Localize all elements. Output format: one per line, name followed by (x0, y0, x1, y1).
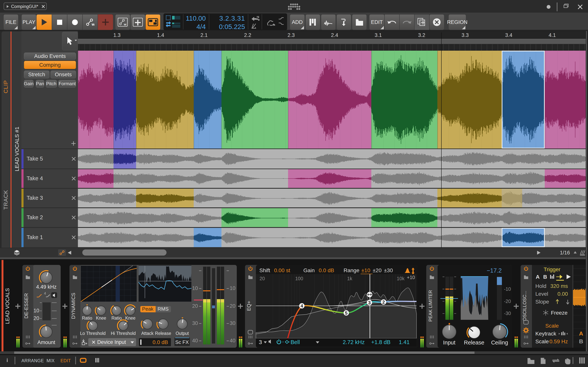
svg-text:-30: -30 (504, 311, 511, 316)
svg-text:Input: Input (443, 340, 456, 346)
svg-text:Slope: Slope (535, 299, 549, 305)
svg-text:+1.8 dB: +1.8 dB (371, 339, 390, 345)
svg-text:Hi Threshold: Hi Threshold (111, 331, 136, 336)
svg-text:Knee: Knee (96, 316, 106, 321)
svg-text:40: 40 (230, 338, 235, 343)
svg-text:30: 30 (230, 320, 235, 326)
svg-text:Amount: Amount (37, 340, 55, 345)
svg-text:3: 3 (259, 339, 262, 345)
svg-text:-20: -20 (504, 299, 511, 304)
svg-text:1.3: 1.3 (113, 32, 121, 38)
svg-text:10: 10 (230, 285, 235, 291)
svg-text:3.3: 3.3 (461, 32, 469, 38)
svg-text:A: A (579, 330, 583, 337)
svg-text:20: 20 (259, 276, 265, 281)
svg-text:Release: Release (464, 340, 484, 346)
svg-text:5: 5 (345, 310, 347, 316)
svg-text:Bell: Bell (291, 339, 300, 345)
svg-text:B: B (579, 338, 583, 344)
svg-text:Sc FX: Sc FX (175, 339, 189, 345)
svg-text:Keytrack: Keytrack (535, 331, 556, 337)
svg-text:100: 100 (295, 276, 303, 281)
svg-text:+10: +10 (407, 275, 415, 280)
svg-text:Level: Level (535, 291, 548, 297)
svg-text:Output: Output (175, 331, 189, 336)
svg-text:Freeze: Freeze (551, 310, 568, 316)
svg-text:0.59 Hz: 0.59 Hz (550, 339, 568, 344)
svg-text:Knee: Knee (125, 316, 136, 321)
svg-text:1.41: 1.41 (399, 339, 410, 345)
svg-text:w: w (92, 22, 94, 26)
svg-text:2.72 kHz: 2.72 kHz (343, 339, 365, 345)
svg-text:Shift: Shift (259, 267, 270, 273)
svg-text:Lo Threshold: Lo Threshold (80, 331, 106, 336)
svg-text:DYNAMICS: DYNAMICS (70, 293, 76, 319)
svg-text:10: 10 (192, 285, 198, 291)
svg-text:RMS: RMS (157, 306, 169, 312)
svg-text:0.00: 0.00 (558, 291, 568, 297)
svg-text:320 ms: 320 ms (550, 283, 568, 289)
svg-text:3: 3 (368, 300, 371, 305)
svg-text:1k: 1k (347, 276, 352, 281)
svg-text:Scale: Scale (545, 323, 559, 329)
svg-text:-10: -10 (504, 286, 511, 292)
svg-text:LEAD VOCALS: LEAD VOCALS (5, 288, 10, 324)
svg-text:DE-ESSER: DE-ESSER (23, 293, 29, 319)
svg-text:2.1: 2.1 (200, 32, 208, 38)
svg-text:Ceiling: Ceiling (491, 340, 508, 346)
svg-text:OSCILLOSC...: OSCILLOSC... (522, 291, 527, 321)
svg-text:3.1: 3.1 (375, 32, 382, 38)
svg-text:2.2: 2.2 (244, 32, 251, 38)
svg-text:2.4: 2.4 (331, 32, 338, 38)
svg-text:4: 4 (301, 303, 303, 309)
svg-text:40: 40 (192, 338, 198, 343)
svg-text:Hold: Hold (535, 283, 546, 289)
svg-text:4: 4 (44, 292, 46, 295)
svg-text:30: 30 (192, 320, 198, 326)
svg-text:10k: 10k (397, 276, 405, 281)
svg-text:0.0 dB: 0.0 dB (319, 267, 334, 273)
svg-text:±20: ±20 (373, 267, 382, 273)
svg-text:4.1: 4.1 (549, 32, 556, 38)
svg-text:Peak: Peak (142, 306, 154, 312)
svg-text:Device Input: Device Input (97, 339, 126, 345)
svg-text:PEAK LIMITER: PEAK LIMITER (428, 290, 433, 322)
svg-text:1.4: 1.4 (157, 32, 164, 38)
svg-text:3.2: 3.2 (418, 32, 425, 38)
svg-text:EQ+: EQ+ (246, 301, 252, 311)
svg-text:Range: Range (344, 267, 359, 273)
svg-text:Release: Release (155, 331, 171, 336)
svg-text:±30: ±30 (384, 267, 393, 273)
svg-text:±10: ±10 (361, 267, 370, 273)
svg-text:4.49 kHz: 4.49 kHz (36, 284, 57, 290)
svg-text:w: w (124, 23, 127, 26)
svg-text:0.00 st: 0.00 st (274, 267, 290, 273)
svg-text:10: 10 (34, 308, 39, 314)
svg-text:2: 2 (382, 300, 385, 305)
svg-text:20: 20 (192, 303, 198, 309)
svg-text:3.4: 3.4 (505, 32, 512, 38)
svg-text:Trigger: Trigger (544, 267, 561, 272)
svg-text:20: 20 (230, 303, 235, 309)
svg-text:2.3: 2.3 (287, 32, 295, 38)
svg-text:Ratio: Ratio (111, 316, 122, 321)
svg-text:0.0 dB: 0.0 dB (153, 339, 168, 345)
svg-text:Ratio: Ratio (82, 316, 92, 321)
svg-text:−17.2: −17.2 (487, 267, 502, 274)
svg-text:A: A (536, 274, 540, 280)
svg-text:20: 20 (34, 315, 39, 321)
svg-text:Gain: Gain (303, 267, 315, 273)
svg-text:Attack: Attack (141, 331, 154, 336)
svg-text:Scale: Scale (535, 339, 549, 344)
svg-text:B: B (543, 274, 547, 280)
